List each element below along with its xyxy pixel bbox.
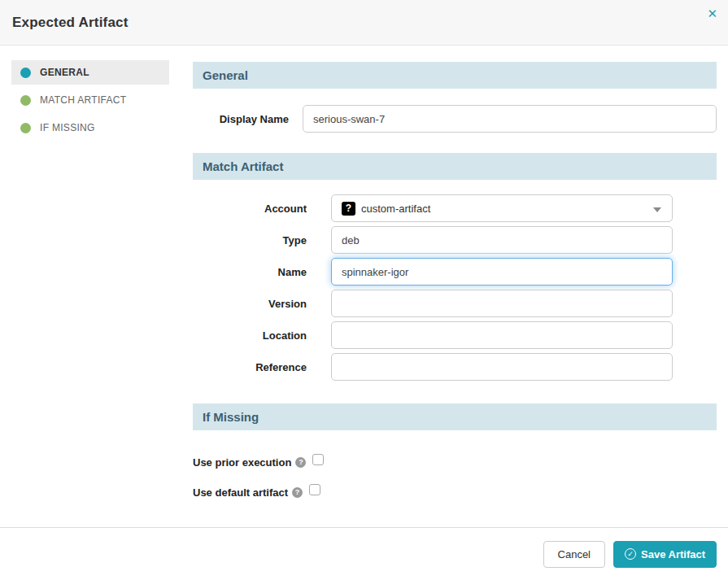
display-name-label: Display Name <box>193 113 289 125</box>
modal-footer: Cancel ✓ Save Artifact <box>0 527 728 580</box>
status-dot-icon <box>20 68 31 78</box>
custom-artifact-icon: ? <box>342 202 355 216</box>
form-content: General Display Name Match Artifact Acco… <box>193 60 717 522</box>
account-label: Account <box>193 203 307 215</box>
section-heading-if-missing: If Missing <box>193 403 717 430</box>
type-input[interactable] <box>331 226 673 254</box>
sidebar-item-match-artifact[interactable]: MATCH ARTIFACT <box>11 88 169 112</box>
close-icon[interactable]: ✕ <box>707 7 717 20</box>
display-name-row: Display Name <box>193 105 717 133</box>
use-default-artifact-checkbox[interactable] <box>309 484 320 495</box>
check-circle-icon: ✓ <box>625 548 636 560</box>
account-selected-value: custom-artifact <box>361 203 430 215</box>
use-prior-execution-checkbox[interactable] <box>312 454 324 465</box>
if-missing-rows: Use prior execution ? Use default artifa… <box>193 454 717 500</box>
sidebar-item-general[interactable]: GENERAL <box>11 60 169 85</box>
location-row: Location <box>193 321 717 349</box>
reference-label: Reference <box>193 361 307 373</box>
cancel-button[interactable]: Cancel <box>543 541 605 568</box>
use-default-artifact-row: Use default artifact ? <box>193 484 717 500</box>
version-row: Version <box>193 290 717 317</box>
section-heading-general: General <box>193 62 717 89</box>
name-label: Name <box>193 266 307 278</box>
modal-header: Expected Artifact ✕ <box>0 0 728 46</box>
status-dot-icon <box>20 95 31 106</box>
save-artifact-button[interactable]: ✓ Save Artifact <box>613 541 717 568</box>
use-prior-execution-label: Use prior execution <box>193 456 291 469</box>
location-label: Location <box>193 329 307 342</box>
sidebar-item-label: MATCH ARTIFACT <box>40 94 126 106</box>
help-icon[interactable]: ? <box>295 457 306 468</box>
name-row: Name <box>193 258 717 286</box>
status-dot-icon <box>20 123 31 133</box>
section-heading-match-artifact: Match Artifact <box>193 153 717 180</box>
reference-row: Reference <box>193 353 717 381</box>
modal-title: Expected Artifact <box>12 15 129 31</box>
reference-input[interactable] <box>331 353 673 381</box>
version-label: Version <box>193 298 307 310</box>
help-icon[interactable]: ? <box>292 487 303 498</box>
match-artifact-rows: Account ? custom-artifact Type Name Vers… <box>193 194 717 381</box>
name-input[interactable] <box>331 258 673 286</box>
location-input[interactable] <box>331 321 673 349</box>
type-row: Type <box>193 226 717 254</box>
chevron-down-icon <box>653 207 661 212</box>
type-label: Type <box>193 234 307 246</box>
sidebar-item-label: GENERAL <box>40 67 89 78</box>
use-prior-execution-row: Use prior execution ? <box>193 454 717 470</box>
account-select[interactable]: ? custom-artifact <box>331 194 673 222</box>
account-row: Account ? custom-artifact <box>193 194 717 222</box>
save-artifact-label: Save Artifact <box>641 548 705 560</box>
sidebar-item-if-missing[interactable]: IF MISSING <box>11 116 169 140</box>
sidebar-item-label: IF MISSING <box>40 122 95 133</box>
display-name-input[interactable] <box>303 105 717 133</box>
modal-body: GENERAL MATCH ARTIFACT IF MISSING Genera… <box>0 46 728 522</box>
wizard-nav: GENERAL MATCH ARTIFACT IF MISSING <box>11 60 169 522</box>
version-input[interactable] <box>331 290 673 317</box>
use-default-artifact-label: Use default artifact <box>193 486 288 499</box>
